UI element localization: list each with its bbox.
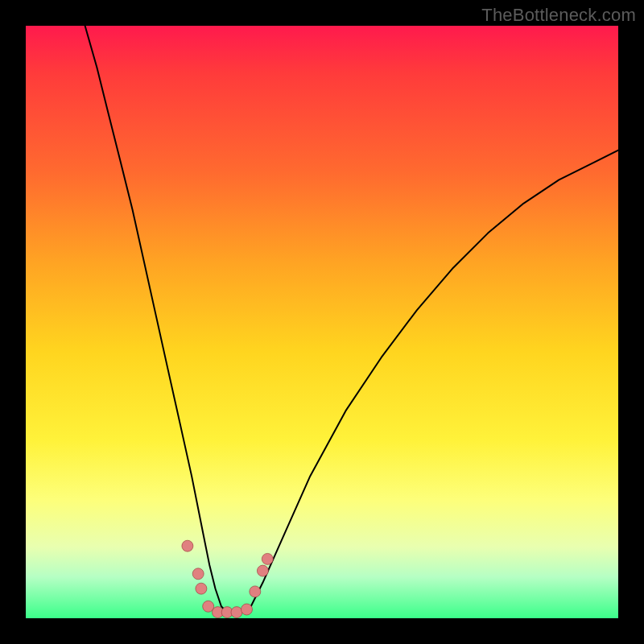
chart-markers [182,540,273,617]
chart-marker [196,583,207,594]
watermark-text: TheBottleneck.com [481,5,636,26]
chart-marker [231,607,242,618]
chart-marker [262,553,273,564]
chart-frame: TheBottleneck.com [0,0,644,644]
chart-marker [250,586,261,597]
chart-svg [26,26,618,618]
chart-marker [242,604,253,615]
chart-marker [192,568,204,580]
chart-curve [85,26,618,613]
chart-plot-area [26,26,618,618]
chart-marker [182,540,193,551]
chart-marker [257,565,268,576]
